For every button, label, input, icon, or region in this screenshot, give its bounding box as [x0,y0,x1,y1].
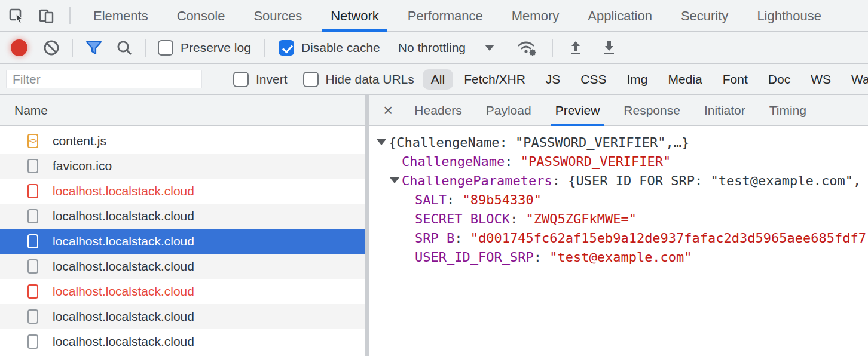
request-name: favicon.ico [53,159,112,173]
request-row[interactable]: localhost.localstack.cloud [0,329,365,354]
panel-tab-console[interactable]: Console [163,0,240,32]
panel-tab-elements[interactable]: Elements [79,0,163,32]
type-filter-all[interactable]: All [423,69,453,90]
request-doc-icon [27,184,38,198]
json-plain-segment: : {USER_ID_FOR_SRP: "test@example.com", [552,173,861,188]
network-conditions-button[interactable] [517,39,537,57]
request-name: content.js [53,134,106,148]
json-key-segment: SECRET_BLOCK [415,211,510,226]
export-har-button[interactable] [601,39,618,56]
invert-label: Invert [256,72,288,87]
hide-data-urls-checkbox[interactable] [303,72,319,87]
json-key-segment: ChallengeName [402,154,505,169]
network-toolbar: Preserve log Disable cache No throttling [0,32,868,64]
preview-line-text: SECRET_BLOCK: "ZWQ5ZGFkMWE=" [415,211,637,226]
preview-line-text: SRP_B: "d001745fc62af15eb9a12de937fafac2… [415,231,866,245]
type-filter-css[interactable]: CSS [579,69,607,90]
json-preview-tree: {ChallengeName: "PASSWORD_VERIFIER",…} C… [369,126,868,356]
request-doc-icon [27,284,38,299]
request-name: localhost.localstack.cloud [53,209,194,223]
preview-line-text: ChallengeName: "PASSWORD_VERIFIER" [402,154,671,169]
request-list-pane: Name <> content.js favicon.ico localhost… [0,95,365,356]
request-name: localhost.localstack.cloud [53,184,194,198]
record-network-log-button[interactable] [11,39,27,56]
filter-toggle-button[interactable] [85,39,103,56]
request-rows: <> content.js favicon.ico localhost.loca… [0,126,365,354]
toggle-device-toolbar-button[interactable] [38,7,56,24]
json-key-segment: ChallengeParameters [402,173,552,188]
request-row[interactable]: localhost.localstack.cloud [0,304,365,329]
preserve-log-checkbox[interactable] [158,40,173,56]
throttling-select[interactable]: No throttling [398,41,466,55]
disable-cache-checkbox[interactable] [279,40,294,56]
type-filter-img[interactable]: Img [626,69,649,90]
invert-checkbox[interactable] [233,72,249,87]
request-doc-icon: <> [27,134,38,148]
panel-tab-application[interactable]: Application [573,0,667,32]
type-filter-media[interactable]: Media [667,69,704,90]
detail-tab-timing[interactable]: Timing [757,95,818,126]
clear-icon [43,39,60,56]
panel-tab-performance[interactable]: Performance [393,0,497,32]
type-filter-wasm[interactable]: Wasm [850,69,868,90]
throttling-caret-icon[interactable] [485,45,494,51]
inspect-element-button[interactable] [8,7,25,24]
divider [552,39,553,57]
preview-line: SECRET_BLOCK: "ZWQ5ZGFkMWE=" [369,209,868,228]
json-plain-segment: : [447,192,463,207]
search-button[interactable] [116,39,133,56]
divider [69,7,71,24]
filter-input[interactable] [6,70,202,88]
request-name: localhost.localstack.cloud [53,234,194,248]
divider [145,39,146,57]
json-string-segment: "test@example.com" [549,250,692,265]
json-plain-segment: : [454,231,470,245]
request-detail-pane: × HeadersPayloadPreviewResponseInitiator… [369,95,868,356]
request-row[interactable]: localhost.localstack.cloud [0,179,365,204]
detail-tab-headers[interactable]: Headers [402,95,473,126]
panel-tab-memory[interactable]: Memory [497,0,573,32]
request-row[interactable]: localhost.localstack.cloud [0,254,365,279]
request-doc-icon [27,209,38,223]
type-filter-doc[interactable]: Doc [767,69,791,90]
type-filter-ws[interactable]: WS [809,69,832,90]
divider [72,39,73,57]
panel-tab-lighthouse[interactable]: Lighthouse [742,0,836,32]
device-toolbar-icon [38,7,56,24]
request-row[interactable]: favicon.ico [0,154,365,179]
request-name: localhost.localstack.cloud [53,334,194,349]
request-row[interactable]: <> content.js [0,128,365,154]
request-row[interactable]: localhost.localstack.cloud [0,229,365,254]
filter-funnel-icon [85,39,103,56]
json-key-segment: SALT [415,192,447,207]
detail-tab-payload[interactable]: Payload [474,95,543,126]
type-filter-fetch-xhr[interactable]: Fetch/XHR [463,69,527,90]
expand-arrow-icon[interactable] [390,177,402,183]
json-plain-segment: : [510,211,526,226]
name-column-header[interactable]: Name [0,95,365,126]
preview-line: SRP_B: "d001745fc62af15eb9a12de937fafac2… [369,228,868,247]
divider [264,39,265,57]
close-detail-button[interactable]: × [374,102,402,119]
preview-line: ChallengeName: "PASSWORD_VERIFIER" [369,152,868,171]
panel-splitter-scrollbar[interactable] [365,95,369,356]
detail-tab-initiator[interactable]: Initiator [692,95,757,126]
type-filter-font[interactable]: Font [722,69,749,90]
type-filter-js[interactable]: JS [545,69,562,90]
clear-network-log-button[interactable] [43,39,60,56]
panel-tab-network[interactable]: Network [316,0,393,32]
import-har-button[interactable] [567,39,584,56]
request-row[interactable]: localhost.localstack.cloud [0,279,365,304]
preview-line: USER_ID_FOR_SRP: "test@example.com" [369,247,868,266]
json-string-segment: "PASSWORD_VERIFIER" [521,154,671,169]
detail-tab-preview[interactable]: Preview [543,95,612,126]
request-row[interactable]: localhost.localstack.cloud [0,204,365,229]
panel-tab-sources[interactable]: Sources [239,0,316,32]
panel-tab-security[interactable]: Security [667,0,742,32]
json-string-segment: "89b54330" [462,192,541,207]
preview-line: SALT: "89b54330" [369,190,868,209]
request-doc-icon [27,309,38,324]
detail-tab-response[interactable]: Response [612,95,692,126]
json-plain-segment: {ChallengeName: "PASSWORD_VERIFIER",…} [389,135,689,150]
expand-arrow-icon[interactable] [377,139,389,145]
